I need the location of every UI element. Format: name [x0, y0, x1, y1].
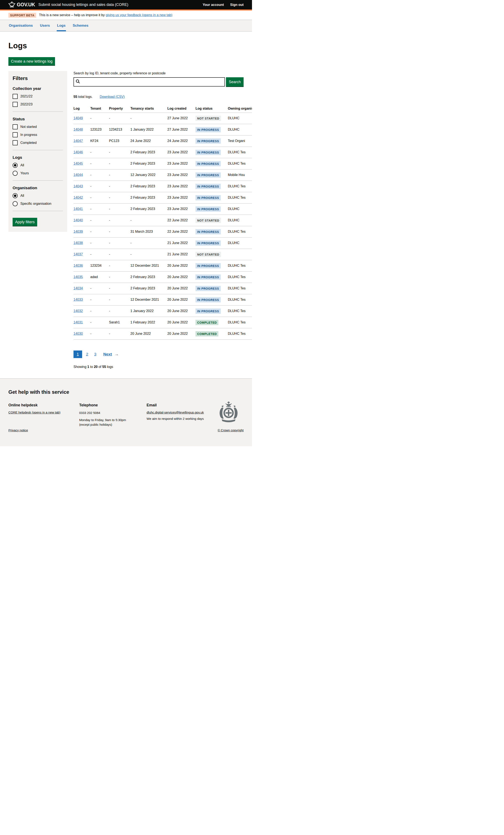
checkbox-icon[interactable]	[13, 140, 18, 145]
status-badge: IN PROGRESS	[196, 184, 221, 189]
pagination-page-1[interactable]: 1	[74, 350, 82, 358]
checkbox-icon[interactable]	[13, 94, 18, 99]
cell-property: 1234213	[109, 124, 130, 135]
log-link[interactable]: 14037	[74, 252, 83, 256]
checkbox-icon[interactable]	[13, 124, 18, 129]
table-row: 14035 adad - 2 February 2023 20 June 202…	[74, 271, 252, 283]
log-link[interactable]: 14041	[74, 207, 83, 211]
table-row: 14041 - - 2 February 2023 23 June 2022 I…	[74, 203, 252, 215]
sign-out-link[interactable]: Sign out	[230, 3, 244, 7]
feedback-link[interactable]: giving us your feedback (opens in a new …	[106, 13, 173, 17]
radio-specific-organisation[interactable]: Specific organisation	[13, 201, 63, 206]
cell-log-created: 24 June 2022	[167, 135, 196, 147]
table-header-row: Log Tenant Property Tenancy starts Log c…	[74, 104, 252, 113]
telephone-heading: Telephone	[79, 403, 146, 407]
checkbox-icon[interactable]	[13, 102, 18, 107]
status-badge: COMPLETED	[196, 320, 218, 325]
radio-icon[interactable]	[13, 163, 18, 168]
radio-logs-all[interactable]: All	[13, 163, 63, 168]
govuk-logo[interactable]: GOV.UK	[8, 1, 35, 8]
download-csv-link[interactable]: Download (CSV)	[100, 95, 125, 99]
status-badge: IN PROGRESS	[196, 297, 221, 302]
table-row: 14040 - - - 22 June 2022 NOT STARTED DLU…	[74, 215, 252, 226]
log-link[interactable]: 14045	[74, 162, 83, 165]
create-lettings-log-button[interactable]: Create a new lettings log	[8, 57, 55, 65]
table-row: 14042 - - 2 February 2023 23 June 2022 I…	[74, 192, 252, 203]
crown-icon	[8, 1, 15, 8]
checkbox-not-started[interactable]: Not started	[13, 124, 63, 129]
checkbox-2022-23[interactable]: 2022/23	[13, 102, 63, 107]
cell-tenant: adad	[90, 271, 109, 283]
cell-tenant: -	[90, 283, 109, 294]
checkbox-completed[interactable]: Completed	[13, 140, 63, 145]
filter-divider	[13, 180, 63, 181]
apply-filters-button[interactable]: Apply filters	[13, 218, 37, 226]
log-link[interactable]: 14035	[74, 275, 83, 279]
log-link[interactable]: 14036	[74, 264, 83, 267]
logs-table-body: 14049 - - - 27 June 2022 NOT STARTED DLU…	[74, 113, 252, 339]
log-link[interactable]: 14046	[74, 150, 83, 154]
cell-tenant: KF24	[90, 135, 109, 147]
cell-property: -	[109, 237, 130, 249]
log-link[interactable]: 14040	[74, 219, 83, 222]
pagination-next-link[interactable]: Next	[103, 352, 112, 357]
cell-owning-organisation: DLUHC Tes	[228, 283, 252, 294]
log-link[interactable]: 14039	[74, 230, 83, 233]
cell-tenancy-starts: 2 February 2023	[130, 147, 167, 158]
column-header-log-created: Log created	[167, 104, 196, 113]
cell-tenancy-starts: 2 February 2023	[130, 283, 167, 294]
cell-log-created: 20 June 2022	[167, 328, 196, 339]
govuk-header: GOV.UK Submit social housing lettings an…	[0, 0, 252, 11]
checkbox-icon[interactable]	[13, 132, 18, 137]
royal-coat-of-arms	[216, 400, 241, 425]
radio-icon[interactable]	[13, 193, 18, 198]
cell-tenant: -	[90, 294, 109, 305]
search-button[interactable]: Search	[226, 77, 244, 86]
phase-banner: SUPPORT BETA This is a new service – hel…	[0, 11, 252, 20]
cell-tenant: 123123	[90, 124, 109, 135]
cell-owning-organisation: Test Organi	[228, 135, 252, 147]
log-link[interactable]: 14032	[74, 309, 83, 313]
showing-summary: Showing 1 to 20 of 55 logs	[74, 365, 244, 369]
nav-item-schemes[interactable]: Schemes	[72, 20, 89, 31]
privacy-notice-link[interactable]: Privacy notice	[8, 428, 28, 432]
nav-item-logs[interactable]: Logs	[57, 20, 66, 31]
log-link[interactable]: 14043	[74, 184, 83, 188]
email-link[interactable]: dluhc.digital-services@levellingup.gov.u…	[146, 411, 204, 414]
log-link[interactable]: 14031	[74, 321, 83, 324]
showing-to: 20	[94, 365, 98, 369]
checkbox-in-progress[interactable]: In progress	[13, 132, 63, 137]
log-link[interactable]: 14048	[74, 128, 83, 131]
nav-item-users[interactable]: Users	[39, 20, 50, 31]
service-name-link[interactable]: Submit social housing lettings and sales…	[38, 2, 128, 7]
filter-group-status: Status Not started In progress Completed	[13, 117, 63, 145]
pagination-page-2[interactable]: 2	[84, 350, 90, 358]
column-header-log-status: Log status	[196, 104, 228, 113]
cell-tenancy-starts: 2 February 2023	[130, 158, 167, 169]
log-link[interactable]: 14044	[74, 173, 83, 177]
search-input[interactable]	[81, 78, 223, 86]
status-badge: NOT STARTED	[196, 116, 221, 121]
checkbox-2021-22[interactable]: 2021/22	[13, 94, 63, 99]
nav-item-organisations[interactable]: Organisations	[8, 20, 33, 31]
log-link[interactable]: 14034	[74, 286, 83, 290]
total-logs-suffix: total logs.	[77, 95, 93, 99]
cell-log-created: 21 June 2022	[167, 249, 196, 260]
crown-copyright-link[interactable]: © Crown copyright	[218, 428, 244, 432]
radio-logs-yours[interactable]: Yours	[13, 171, 63, 176]
your-account-link[interactable]: Your account	[203, 3, 224, 7]
log-link[interactable]: 14038	[74, 241, 83, 245]
radio-icon[interactable]	[13, 201, 18, 206]
log-link[interactable]: 14033	[74, 298, 83, 301]
log-link[interactable]: 14049	[74, 116, 83, 120]
pagination-page-3[interactable]: 3	[92, 350, 98, 358]
log-link[interactable]: 14042	[74, 196, 83, 199]
status-badge: IN PROGRESS	[196, 195, 221, 200]
log-link[interactable]: 14030	[74, 332, 83, 335]
status-badge: IN PROGRESS	[196, 138, 221, 144]
log-link[interactable]: 14047	[74, 139, 83, 143]
core-helpdesk-link[interactable]: CORE helpdesk (opens in a new tab)	[8, 411, 60, 414]
radio-organisation-all[interactable]: All	[13, 193, 63, 198]
footer-telephone: Telephone 0333 202 5084 Monday to Friday…	[79, 403, 146, 427]
radio-icon[interactable]	[13, 171, 18, 176]
